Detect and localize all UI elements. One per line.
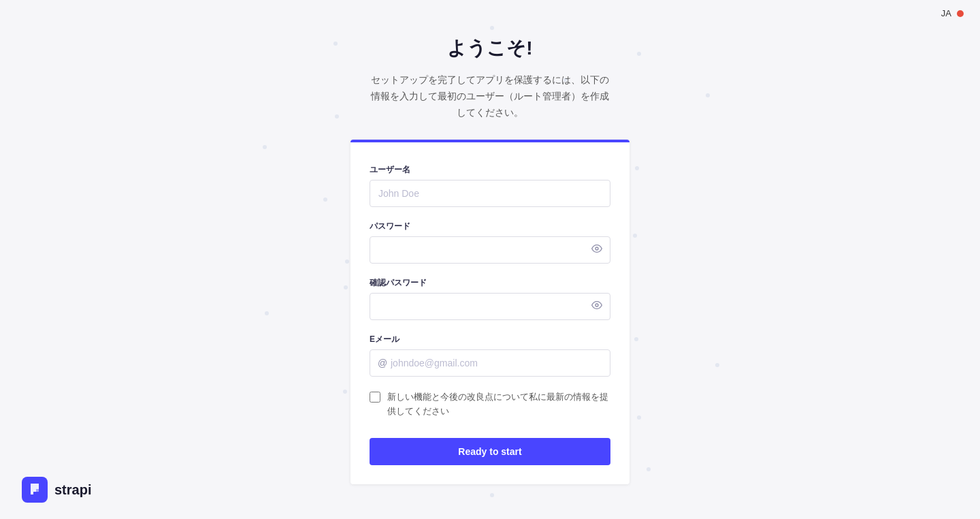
email-input[interactable] [370,349,610,377]
username-group: ユーザー名 [370,164,610,207]
language-flag-dot [957,10,964,17]
username-input-wrapper [370,180,610,207]
newsletter-label: 新しい機能と今後の改良点について私に最新の情報を提供してください [387,390,610,419]
svg-point-0 [595,247,598,250]
email-input-wrapper: @ [370,349,610,377]
confirm-password-input-wrapper [370,293,610,320]
strapi-logo-icon [22,477,48,503]
password-group: パスワード [370,221,610,264]
email-label: Eメール [370,334,610,345]
page-title: ようこそ! [447,35,532,61]
main-content: ようこそ! セットアップを完了してアプリを保護するには、以下の 情報を入力して最… [0,0,980,484]
svg-point-1 [595,304,598,306]
password-input[interactable] [370,236,610,264]
password-toggle-icon[interactable] [591,243,602,257]
top-bar: JA [925,0,980,27]
password-label: パスワード [370,221,610,232]
username-label: ユーザー名 [370,164,610,176]
logo: strapi [22,477,91,503]
logo-text: strapi [54,482,91,498]
newsletter-checkbox-group: 新しい機能と今後の改良点について私に最新の情報を提供してください [370,390,610,419]
page-subtitle: セットアップを完了してアプリを保護するには、以下の 情報を入力して最初のユーザー… [371,72,609,121]
email-group: Eメール @ [370,334,610,377]
confirm-password-group: 確認パスワード [370,277,610,320]
newsletter-checkbox[interactable] [370,392,380,403]
confirm-password-label: 確認パスワード [370,277,610,289]
username-input[interactable] [370,180,610,207]
confirm-password-toggle-icon[interactable] [591,300,602,313]
card-body: ユーザー名 パスワード [350,142,630,484]
email-at-icon: @ [378,358,387,368]
registration-card: ユーザー名 パスワード [350,140,630,484]
submit-button[interactable]: Ready to start [370,438,610,465]
password-input-wrapper [370,236,610,264]
confirm-password-input[interactable] [370,293,610,320]
language-label: JA [941,8,951,18]
